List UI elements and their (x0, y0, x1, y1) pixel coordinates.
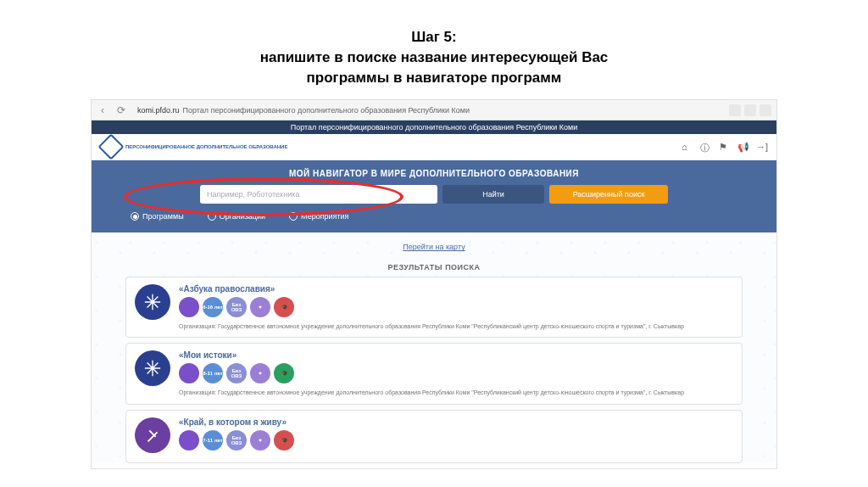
card-body: «Мои истоки» 8-11 лет Без ОВЗ ♥ 🎓 Органи… (179, 350, 733, 396)
badges-row: 7-11 лет Без ОВЗ ♥ 🎓 (179, 430, 733, 451)
portal-strip: Портал персонифицированного дополнительн… (92, 120, 776, 134)
info-icon[interactable]: ⓘ (700, 142, 710, 152)
program-title[interactable]: «Мои истоки» (179, 350, 733, 360)
browser-ext-icon[interactable] (760, 104, 771, 116)
map-link[interactable]: Перейти на карту (125, 239, 743, 258)
radio-events[interactable]: Мероприятия (289, 212, 348, 221)
program-icon (135, 417, 170, 453)
logo-icon (97, 134, 124, 160)
radio-dot-icon (289, 212, 298, 221)
badge-icon (179, 430, 199, 451)
badge-age: 8-11 лет (203, 363, 223, 383)
speaker-icon[interactable]: 📢 (737, 142, 748, 152)
badge-grad-icon: 🎓 (274, 297, 294, 317)
badge-grad-icon: 🎓 (274, 363, 294, 383)
badge-heart-icon: ♥ (250, 297, 270, 317)
radio-label: Мероприятия (301, 212, 348, 221)
slide-title: Шаг 5: напишите в поиске название интере… (0, 0, 868, 99)
radio-dot-icon (208, 212, 216, 221)
badges-row: 8-11 лет Без ОВЗ ♥ 🎓 (179, 363, 733, 383)
radio-organizations[interactable]: Организации (208, 212, 265, 221)
badge-icon (179, 297, 199, 317)
logo-text: ПЕРСОНИФИЦИРОВАННОЕ ДОПОЛНИТЕЛЬНОЕ ОБРАЗ… (125, 144, 287, 150)
slide-title-line1: Шаг 5: (34, 27, 834, 48)
program-icon (135, 350, 170, 386)
badge-icon (179, 363, 199, 383)
program-org: Организация: Государственное автономное … (179, 389, 733, 396)
search-row: Найти Расширенный поиск (92, 185, 776, 204)
content-area: Перейти на карту РЕЗУЛЬТАТЫ ПОИСКА «Азбу… (92, 232, 776, 462)
hero-title: МОЙ НАВИГАТОР В МИРЕ ДОПОЛНИТЕЛЬНОГО ОБР… (92, 169, 776, 178)
url-host: komi.pfdo.ru (137, 106, 180, 115)
badges-row: 6-16 лет Без ОВЗ ♥ 🎓 (179, 297, 733, 317)
advanced-search-button[interactable]: Расширенный поиск (549, 185, 668, 204)
radio-label: Программы (142, 212, 184, 221)
program-icon (135, 284, 170, 320)
badge-age: 7-11 лет (203, 430, 223, 451)
slide-title-line3: программы в навигаторе программ (34, 68, 834, 88)
badge-age: 6-16 лет (203, 297, 223, 317)
search-input[interactable] (200, 185, 437, 204)
badge-ovz: Без ОВЗ (226, 430, 247, 451)
program-title[interactable]: «Край, в котором я живу» (179, 417, 733, 427)
flag-icon[interactable]: ⚑ (719, 142, 729, 152)
results-title: РЕЗУЛЬТАТЫ ПОИСКА (125, 258, 743, 277)
back-button[interactable]: ‹ (97, 104, 108, 116)
portal-topbar: ПЕРСОНИФИЦИРОВАННОЕ ДОПОЛНИТЕЛЬНОЕ ОБРАЗ… (92, 134, 776, 160)
result-card[interactable]: «Азбука православия» 6-16 лет Без ОВЗ ♥ … (125, 277, 743, 338)
browser-toolbar: ‹ ⟳ komi.pfdo.ru Портал персонифицирован… (92, 100, 776, 120)
badge-grad-icon: 🎓 (274, 430, 294, 451)
browser-ext-icon[interactable] (744, 104, 756, 116)
program-org: Организация: Государственное автономное … (179, 322, 733, 330)
result-card[interactable]: «Край, в котором я живу» 7-11 лет Без ОВ… (125, 410, 743, 463)
hero-section: МОЙ НАВИГАТОР В МИРЕ ДОПОЛНИТЕЛЬНОГО ОБР… (92, 160, 776, 232)
find-button[interactable]: Найти (442, 185, 544, 204)
badge-heart-icon: ♥ (250, 430, 270, 451)
card-body: «Азбука православия» 6-16 лет Без ОВЗ ♥ … (179, 284, 733, 330)
browser-window: ‹ ⟳ komi.pfdo.ru Портал персонифицирован… (91, 99, 777, 468)
program-title[interactable]: «Азбука православия» (179, 284, 733, 294)
result-card[interactable]: «Мои истоки» 8-11 лет Без ОВЗ ♥ 🎓 Органи… (125, 343, 743, 404)
home-icon[interactable]: ⌂ (682, 142, 692, 152)
filter-radios: Программы Организации Мероприятия (92, 204, 776, 221)
topbar-icons: ⌂ ⓘ ⚑ 📢 →] (682, 142, 766, 152)
snowflake-icon (143, 293, 162, 311)
login-icon[interactable]: →] (756, 142, 766, 152)
browser-icon: ⟳ (115, 104, 127, 116)
radio-programs[interactable]: Программы (131, 212, 184, 221)
card-body: «Край, в котором я живу» 7-11 лет Без ОВ… (179, 417, 733, 456)
ski-icon (143, 426, 162, 445)
badge-heart-icon: ♥ (250, 363, 270, 383)
browser-ext-icon[interactable] (729, 104, 741, 116)
snowflake-icon (143, 359, 162, 378)
badge-ovz: Без ОВЗ (226, 297, 247, 317)
browser-actions (729, 104, 771, 116)
radio-label: Организации (220, 212, 265, 221)
slide-title-line2: напишите в поиске название интересующей … (34, 48, 834, 68)
url-title: Портал персонифицированного дополнительн… (183, 106, 470, 115)
portal-logo[interactable]: ПЕРСОНИФИЦИРОВАННОЕ ДОПОЛНИТЕЛЬНОЕ ОБРАЗ… (102, 137, 287, 156)
address-bar[interactable]: komi.pfdo.ru Портал персонифицированного… (134, 106, 722, 115)
radio-dot-icon (131, 212, 139, 221)
badge-ovz: Без ОВЗ (226, 363, 247, 383)
